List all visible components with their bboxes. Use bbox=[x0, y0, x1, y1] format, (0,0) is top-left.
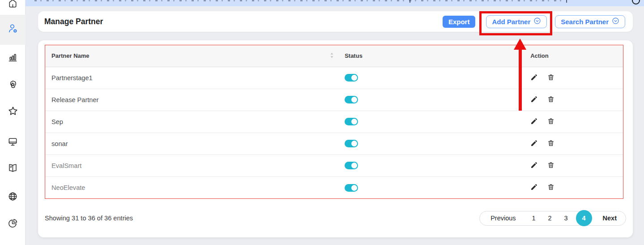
status-toggle[interactable] bbox=[345, 74, 358, 82]
toggle-knob bbox=[351, 75, 357, 81]
toggle-knob bbox=[351, 163, 357, 168]
pencil-icon bbox=[530, 117, 538, 126]
status-cell bbox=[339, 89, 524, 111]
sidebar-item-reports[interactable] bbox=[0, 218, 26, 230]
partner-name-cell: sonar bbox=[45, 133, 339, 155]
table-row: Release Partner bbox=[45, 89, 623, 111]
status-cell bbox=[339, 155, 524, 176]
sidebar-item-catalog[interactable] bbox=[0, 163, 26, 175]
pagination-previous[interactable]: Previous bbox=[488, 215, 518, 222]
trash-icon bbox=[547, 95, 554, 104]
delete-button[interactable] bbox=[547, 73, 554, 82]
add-partner-button[interactable]: Add Partner bbox=[486, 15, 547, 28]
edit-button[interactable] bbox=[530, 161, 538, 170]
home-icon bbox=[8, 0, 18, 10]
status-cell bbox=[339, 111, 524, 133]
action-cell bbox=[524, 67, 623, 89]
toggle-knob bbox=[351, 97, 357, 103]
truncated-text-mark bbox=[566, 0, 567, 3]
monitor-icon bbox=[8, 137, 18, 149]
truncated-text-marks bbox=[34, 0, 563, 1]
action-cell bbox=[524, 89, 623, 111]
toggle-knob bbox=[351, 119, 357, 125]
status-toggle[interactable] bbox=[345, 184, 358, 192]
search-partner-button[interactable]: Search Partner bbox=[555, 15, 625, 28]
sidebar-item-global[interactable] bbox=[0, 191, 26, 203]
sidebar-item-favorites[interactable] bbox=[0, 106, 26, 118]
table-row: Sep bbox=[45, 111, 623, 133]
star-icon bbox=[8, 106, 18, 118]
table-body: Partnerstage1 Release Partner bbox=[45, 67, 623, 198]
add-partner-button-label: Add Partner bbox=[492, 18, 530, 26]
action-cell bbox=[524, 133, 623, 155]
status-cell bbox=[339, 176, 524, 198]
sidebar-item-analytics[interactable] bbox=[0, 52, 26, 64]
delete-button[interactable] bbox=[547, 183, 554, 192]
search-partner-button-label: Search Partner bbox=[561, 18, 609, 26]
action-cell bbox=[524, 111, 623, 133]
pagination-page-3[interactable]: 3 bbox=[560, 215, 572, 222]
pagination-next[interactable]: Next bbox=[600, 215, 619, 222]
table-row: NeoElevate bbox=[45, 176, 623, 198]
help-circle-icon[interactable] bbox=[632, 0, 640, 4]
pagination-page-2[interactable]: 2 bbox=[544, 215, 556, 222]
page-header: Manage Partner Export Add Partner Search… bbox=[38, 11, 633, 32]
sort-icon bbox=[330, 52, 334, 60]
pagination-pages: 1234 bbox=[528, 210, 592, 226]
entries-summary: Showing 31 to 36 of 36 entries bbox=[45, 215, 133, 222]
pencil-icon bbox=[530, 183, 538, 192]
delete-button[interactable] bbox=[547, 117, 554, 126]
column-header-action: Action bbox=[524, 45, 623, 67]
partner-table-container: Partner Name Status Action Partnerstage1 bbox=[45, 45, 623, 199]
pagination: Previous 1234 Next bbox=[479, 211, 626, 226]
partner-name-cell: NeoElevate bbox=[45, 176, 339, 198]
action-cell bbox=[524, 155, 623, 176]
edit-button[interactable] bbox=[530, 95, 538, 104]
delete-button[interactable] bbox=[547, 95, 554, 104]
edit-button[interactable] bbox=[530, 117, 538, 126]
pencil-icon bbox=[530, 95, 538, 104]
sidebar-item-home[interactable] bbox=[0, 0, 26, 10]
pagination-page-4[interactable]: 4 bbox=[576, 210, 592, 226]
delete-button[interactable] bbox=[547, 161, 554, 170]
sidebar bbox=[0, 0, 26, 245]
page-title: Manage Partner bbox=[44, 17, 443, 26]
status-toggle[interactable] bbox=[345, 96, 358, 103]
table-header-row: Partner Name Status Action bbox=[45, 45, 623, 67]
book-icon bbox=[8, 163, 18, 175]
pencil-icon bbox=[530, 139, 538, 148]
edit-button[interactable] bbox=[530, 183, 538, 192]
sidebar-item-manage-partner[interactable] bbox=[0, 24, 26, 35]
partner-name-cell: Release Partner bbox=[45, 89, 339, 111]
badge-icon bbox=[8, 80, 18, 92]
status-toggle[interactable] bbox=[345, 140, 358, 147]
status-toggle[interactable] bbox=[345, 162, 358, 169]
delete-button[interactable] bbox=[547, 139, 554, 148]
action-cell bbox=[524, 176, 623, 198]
column-header-status: Status bbox=[339, 45, 524, 67]
chevron-down-circle-icon bbox=[533, 17, 541, 26]
partner-name-cell: Partnerstage1 bbox=[45, 67, 339, 89]
toggle-knob bbox=[351, 185, 357, 191]
table-row: EvalSmart bbox=[45, 155, 623, 176]
chevron-down-circle-icon bbox=[612, 17, 619, 26]
pagination-page-1[interactable]: 1 bbox=[528, 215, 540, 222]
bar-chart-icon bbox=[8, 52, 18, 64]
column-header-partner-name[interactable]: Partner Name bbox=[45, 45, 339, 67]
sidebar-item-badge[interactable] bbox=[0, 80, 26, 91]
partner-user-settings-icon bbox=[8, 23, 18, 36]
partner-name-cell: Sep bbox=[45, 111, 339, 133]
table-row: Partnerstage1 bbox=[45, 67, 623, 89]
partner-name-cell: EvalSmart bbox=[45, 155, 339, 176]
sidebar-item-monitor[interactable] bbox=[0, 137, 26, 148]
trash-icon bbox=[547, 183, 554, 192]
export-button[interactable]: Export bbox=[443, 16, 476, 28]
edit-button[interactable] bbox=[530, 73, 538, 82]
top-notification-bar bbox=[26, 0, 644, 6]
edit-button[interactable] bbox=[530, 139, 538, 148]
trash-icon bbox=[547, 161, 554, 170]
partner-table: Partner Name Status Action Partnerstage1 bbox=[45, 45, 623, 198]
status-toggle[interactable] bbox=[345, 118, 358, 125]
toggle-knob bbox=[351, 141, 357, 146]
trash-icon bbox=[547, 139, 554, 148]
